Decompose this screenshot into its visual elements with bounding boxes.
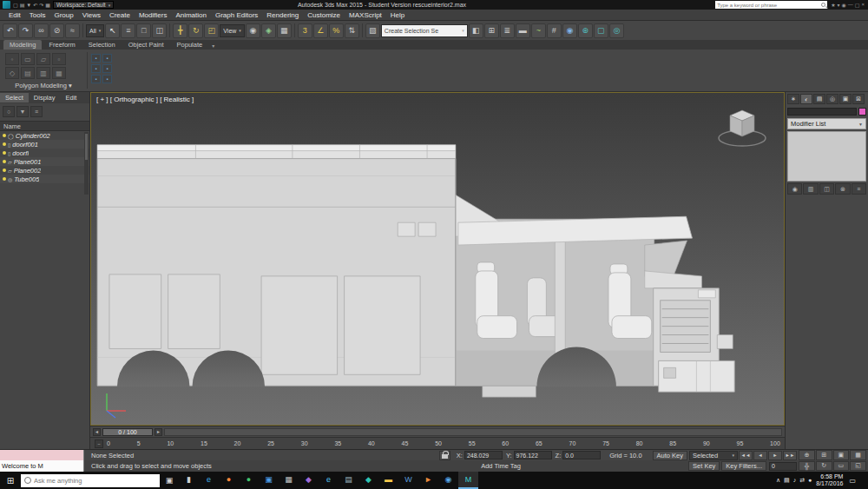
play-button[interactable]: ►: [768, 451, 782, 460]
selection-filter-dropdown[interactable]: All▾: [86, 24, 104, 37]
z-coordinate-field[interactable]: 0.0: [562, 451, 601, 459]
taskbar-app-media[interactable]: ►: [418, 472, 438, 489]
maximize-button[interactable]: ▢: [854, 2, 861, 8]
tray-network-icon[interactable]: ⇄: [799, 477, 805, 484]
make-unique-button[interactable]: ◫: [819, 183, 834, 195]
ribbon-tab[interactable]: Object Paint: [122, 40, 170, 50]
view-cube[interactable]: [716, 102, 772, 150]
mini-curve-editor-toggle[interactable]: ~: [95, 439, 103, 448]
current-frame-field[interactable]: 0: [769, 462, 797, 471]
visibility-bulb-icon[interactable]: [3, 151, 6, 155]
ribbon-mini-button-3[interactable]: ▪: [91, 64, 101, 73]
key-mode-dropdown[interactable]: Selected▾: [689, 451, 738, 460]
new-scene-icon[interactable]: ▢: [13, 2, 18, 8]
spinner-snap-icon[interactable]: ⇅: [345, 23, 359, 38]
project-folder-icon[interactable]: ▦: [45, 2, 50, 8]
show-end-result-button[interactable]: ▥: [803, 183, 818, 195]
select-by-name-icon[interactable]: ≡: [121, 23, 135, 38]
menu-item[interactable]: Edit: [4, 11, 25, 19]
create-tab-icon[interactable]: ∗: [787, 94, 799, 104]
pan-button[interactable]: ╬: [799, 461, 815, 472]
selection-lock-toggle[interactable]: [439, 451, 450, 460]
undo-icon[interactable]: ↶: [3, 23, 17, 38]
unlink-selection-icon[interactable]: ⊘: [49, 23, 64, 38]
layer-explorer-icon[interactable]: ≣: [500, 23, 515, 38]
go-to-end-button[interactable]: ►►: [783, 451, 797, 460]
taskbar-app-slate[interactable]: ▤: [339, 472, 358, 489]
visibility-bulb-icon[interactable]: [3, 177, 6, 181]
taskbar-clock[interactable]: 6:58 PM 8/17/2016: [816, 473, 843, 488]
hidden-icons-chevron[interactable]: ∧: [776, 477, 780, 484]
taskbar-app-gray[interactable]: ▦: [279, 472, 299, 489]
taskbar-app-photos[interactable]: ▣: [259, 472, 279, 489]
taskbar-app-edge[interactable]: e: [199, 472, 219, 489]
menu-item[interactable]: Help: [386, 11, 409, 19]
ribbon-border-button[interactable]: ▱: [36, 53, 50, 65]
ribbon-mini-button-4[interactable]: ▪: [102, 64, 112, 73]
time-slider-groove[interactable]: [164, 428, 782, 436]
infocenter-star-icon[interactable]: ★: [830, 2, 836, 8]
scene-object-row[interactable]: ◯ Cylinder002: [0, 131, 89, 140]
ribbon-tool-button-7[interactable]: ▥: [36, 67, 50, 79]
time-slider[interactable]: ◄ 0 / 100 ►: [90, 426, 785, 437]
taskbar-search-input[interactable]: [34, 477, 156, 485]
use-pivot-point-icon[interactable]: ◉: [246, 23, 260, 38]
time-slider-handle[interactable]: 0 / 100: [102, 428, 153, 436]
ribbon-mini-button-1[interactable]: ▪: [91, 54, 101, 63]
taskbar-app-file-explorer[interactable]: ▬: [378, 472, 398, 489]
mirror-icon[interactable]: ◧: [469, 23, 483, 38]
ribbon-edge-button[interactable]: ▭: [21, 53, 35, 65]
workspace-dropdown[interactable]: Workspace: Default▾: [53, 1, 114, 9]
taskbar-app-purple[interactable]: ◆: [299, 472, 319, 489]
menu-item[interactable]: Tools: [25, 11, 50, 19]
select-and-manipulate-icon[interactable]: ◈: [261, 23, 276, 38]
scene-object-row[interactable]: ◎ Tube005: [0, 175, 89, 183]
menu-item[interactable]: Group: [49, 11, 77, 19]
tray-pen-icon[interactable]: ▤: [784, 477, 790, 484]
modifier-list-dropdown[interactable]: Modifier List ▼: [787, 118, 866, 129]
minimize-button[interactable]: —: [847, 2, 854, 8]
configure-modifier-sets-button[interactable]: ≡: [852, 183, 866, 195]
window-crossing-icon[interactable]: ◫: [152, 23, 167, 38]
menu-item[interactable]: Rendering: [262, 11, 303, 19]
percent-snap-icon[interactable]: %: [329, 23, 344, 38]
select-and-move-icon[interactable]: ╋: [173, 23, 187, 38]
ribbon-toggle-icon[interactable]: ▬: [516, 23, 530, 38]
explorer-scrollbar[interactable]: [84, 132, 89, 195]
explorer-tab[interactable]: Edit: [60, 93, 82, 102]
schematic-view-icon[interactable]: #: [547, 23, 562, 38]
maximize-viewport-toggle[interactable]: ◱: [850, 461, 866, 472]
modify-tab-icon[interactable]: ◐: [800, 94, 812, 104]
scene-object-row[interactable]: ▯ doorfl: [0, 149, 89, 157]
named-selection-sets-icon[interactable]: ▧: [365, 23, 380, 38]
zoom-extents-button[interactable]: ▣: [833, 450, 850, 460]
ribbon-mini-button-6[interactable]: ▪: [102, 75, 112, 83]
go-to-start-button[interactable]: ◄◄: [739, 451, 753, 460]
x-coordinate-field[interactable]: 248.029: [464, 451, 503, 459]
explorer-find-icon[interactable]: ○: [3, 106, 15, 117]
rendered-frame-icon[interactable]: ▢: [594, 23, 608, 38]
infocenter-search[interactable]: [715, 1, 827, 9]
object-name-field[interactable]: [787, 108, 857, 116]
visibility-bulb-icon[interactable]: [3, 134, 6, 137]
angle-snap-icon[interactable]: ∠: [313, 23, 328, 38]
previous-frame-button[interactable]: ◄: [753, 451, 767, 460]
search-icon[interactable]: [821, 3, 825, 7]
open-file-icon[interactable]: ▤: [20, 2, 25, 8]
select-and-scale-icon[interactable]: ◰: [204, 23, 219, 38]
modifier-stack[interactable]: [787, 131, 866, 182]
ribbon-element-button[interactable]: ◇: [5, 67, 19, 79]
visibility-bulb-icon[interactable]: [3, 160, 6, 163]
explorer-tab[interactable]: Select: [0, 93, 29, 102]
explorer-settings-icon[interactable]: ≡: [30, 106, 43, 117]
taskbar-search[interactable]: [21, 474, 160, 487]
explorer-name-column-header[interactable]: Name: [0, 121, 89, 131]
start-button[interactable]: ⊞: [0, 472, 21, 489]
rectangular-selection-icon[interactable]: □: [136, 23, 151, 38]
taskbar-app-console[interactable]: ▮: [179, 472, 199, 489]
render-setup-icon[interactable]: ⊛: [578, 23, 593, 38]
auto-key-button[interactable]: Auto Key: [653, 451, 687, 460]
rescue-truck-model[interactable]: [91, 93, 784, 425]
action-center-icon[interactable]: ▭: [847, 477, 858, 485]
ribbon-tab[interactable]: Populate: [171, 40, 209, 50]
